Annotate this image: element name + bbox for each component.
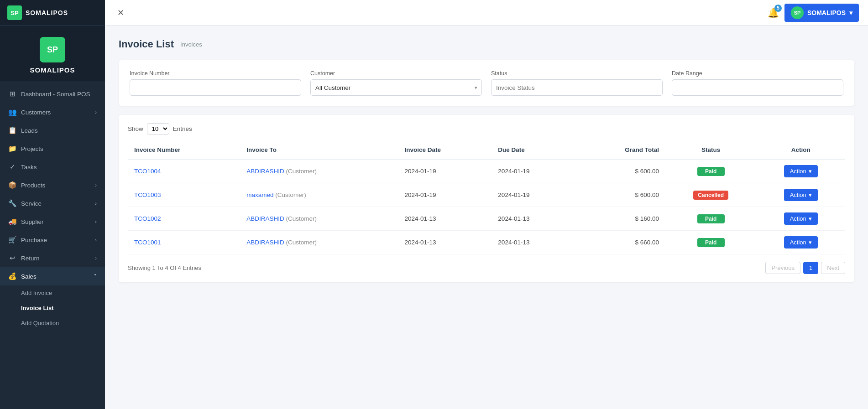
customer-link[interactable]: ABDIRASHID (246, 215, 284, 222)
dropdown-arrow-icon: ▾ (809, 192, 812, 198)
sub-item-label: Add Invoice (21, 290, 52, 296)
table-row: TCO1002 ABDIRASHID (Customer) 2024-01-13… (128, 207, 845, 231)
filter-card: Invoice Number Customer All Customer ABD… (119, 60, 854, 106)
invoice-number-link[interactable]: TCO1004 (134, 168, 161, 175)
invoice-number-link[interactable]: TCO1003 (134, 192, 161, 198)
sidebar-logo-label: SOMALIPOS (26, 9, 68, 16)
sub-item-label: Add Quotation (21, 320, 59, 326)
action-button[interactable]: Action ▾ (784, 189, 818, 201)
sales-icon: 💰 (8, 272, 16, 280)
sidebar-sub-invoice-list[interactable]: Invoice List (0, 300, 105, 316)
sidebar-item-purchase[interactable]: 🛒 Purchase › (0, 231, 105, 249)
cell-invoice-date: 2024-01-19 (398, 183, 492, 207)
prev-page-button[interactable]: Previous (765, 262, 800, 274)
customers-icon: 👥 (8, 108, 16, 116)
cell-action: Action ▾ (756, 231, 845, 254)
invoice-number-filter-group: Invoice Number (130, 70, 301, 96)
cell-invoice-to: ABDIRASHID (Customer) (240, 231, 398, 254)
page-title: Invoice List (119, 38, 174, 50)
cell-grand-total: $ 160.00 (576, 207, 665, 231)
user-menu-button[interactable]: SP SOMALIPOS ▾ (784, 4, 859, 22)
sidebar-item-sales[interactable]: 💰 Sales ˅ (0, 267, 105, 285)
dashboard-icon: ⊞ (8, 90, 16, 98)
status-badge: Cancelled (693, 191, 728, 200)
invoice-number-link[interactable]: TCO1002 (134, 215, 161, 222)
dropdown-arrow-icon: ▾ (809, 215, 812, 222)
date-range-input[interactable] (672, 79, 843, 96)
page-1-button[interactable]: 1 (803, 262, 818, 274)
sub-item-label: Invoice List (21, 305, 54, 311)
purchase-icon: 🛒 (8, 236, 16, 244)
sidebar-brand-logo: SP (40, 37, 65, 62)
cell-invoice-date: 2024-01-13 (398, 231, 492, 254)
sidebar-item-tasks[interactable]: ✓ Tasks (0, 158, 105, 176)
customer-link[interactable]: maxamed (246, 192, 273, 198)
action-button[interactable]: Action ▾ (784, 212, 818, 225)
sidebar-logo-icon: SP (7, 5, 22, 20)
sidebar-item-service[interactable]: 🔧 Service › (0, 194, 105, 212)
action-button[interactable]: Action ▾ (784, 236, 818, 249)
topbar: ✕ 🔔 5 SP SOMALIPOS ▾ (105, 0, 868, 26)
sidebar-item-dashboard[interactable]: ⊞ Dashboard - Somali POS (0, 85, 105, 103)
user-avatar: SP (791, 6, 804, 19)
sidebar-nav: ⊞ Dashboard - Somali POS 👥 Customers › 📋… (0, 81, 105, 409)
chevron-right-icon: › (95, 182, 97, 188)
sidebar-item-label: Service (21, 200, 42, 207)
sidebar-item-label: Supplier (21, 218, 44, 225)
sidebar-sub-add-invoice[interactable]: Add Invoice (0, 285, 105, 300)
user-dropdown-icon: ▾ (849, 9, 852, 16)
close-button[interactable]: ✕ (114, 6, 127, 19)
cell-status: Cancelled (665, 183, 756, 207)
content-area: Invoice List Invoices Invoice Number Cus… (105, 26, 868, 409)
table-header-row: Invoice Number Invoice To Invoice Date D… (128, 141, 845, 159)
sidebar-item-supplier[interactable]: 🚚 Supplier › (0, 212, 105, 231)
customer-type-label: (Customer) (275, 192, 306, 198)
return-icon: ↩ (8, 254, 16, 262)
tasks-icon: ✓ (8, 163, 16, 171)
sidebar-sub-add-quotation[interactable]: Add Quotation (0, 316, 105, 331)
sidebar-header: SP SOMALIPOS (0, 0, 105, 26)
cell-status: Paid (665, 231, 756, 254)
table-row: TCO1001 ABDIRASHID (Customer) 2024-01-13… (128, 231, 845, 254)
sidebar-item-projects[interactable]: 📁 Projects (0, 140, 105, 158)
sidebar-item-label: Purchase (21, 237, 47, 243)
status-input[interactable] (491, 79, 663, 96)
sidebar-item-label: Sales (21, 273, 37, 280)
notification-button[interactable]: 🔔 5 (768, 7, 779, 18)
sidebar-item-label: Customers (21, 109, 51, 116)
show-label: Show (128, 125, 143, 132)
sidebar: SP SOMALIPOS SP SOMALIPOS ⊞ Dashboard - … (0, 0, 105, 409)
invoice-number-label: Invoice Number (130, 70, 301, 77)
action-button[interactable]: Action ▾ (784, 165, 818, 177)
sidebar-item-label: Projects (21, 145, 43, 152)
invoice-number-link[interactable]: TCO1001 (134, 239, 161, 246)
supplier-icon: 🚚 (8, 217, 16, 226)
col-invoice-number: Invoice Number (128, 141, 240, 159)
products-icon: 📦 (8, 181, 16, 189)
sidebar-item-leads[interactable]: 📋 Leads (0, 121, 105, 140)
entries-per-page-select[interactable]: 10 25 50 (147, 123, 169, 135)
table-controls: Show 10 25 50 Entries (128, 123, 845, 135)
customer-select[interactable]: All Customer ABDIRASHID maxamed (310, 79, 482, 96)
invoice-number-input[interactable] (130, 79, 301, 96)
chevron-down-icon: ˅ (94, 274, 97, 280)
sidebar-item-customers[interactable]: 👥 Customers › (0, 103, 105, 121)
date-range-filter-group: Date Range (672, 70, 843, 96)
col-due-date: Due Date (492, 141, 576, 159)
cell-due-date: 2024-01-19 (492, 183, 576, 207)
cell-status: Paid (665, 159, 756, 183)
sidebar-item-return[interactable]: ↩ Return › (0, 249, 105, 267)
customer-link[interactable]: ABDIRASHID (246, 168, 284, 175)
date-range-label: Date Range (672, 70, 843, 77)
customer-link[interactable]: ABDIRASHID (246, 239, 284, 246)
cell-grand-total: $ 600.00 (576, 183, 665, 207)
invoice-table: Invoice Number Invoice To Invoice Date D… (128, 141, 845, 254)
customer-filter-group: Customer All Customer ABDIRASHID maxamed… (310, 70, 482, 96)
status-badge: Paid (697, 167, 725, 176)
topbar-right: 🔔 5 SP SOMALIPOS ▾ (768, 4, 859, 22)
next-page-button[interactable]: Next (821, 262, 845, 274)
customer-label: Customer (310, 70, 482, 77)
cell-invoice-number: TCO1003 (128, 183, 240, 207)
customer-type-label: (Customer) (286, 239, 317, 246)
sidebar-item-products[interactable]: 📦 Products › (0, 176, 105, 194)
